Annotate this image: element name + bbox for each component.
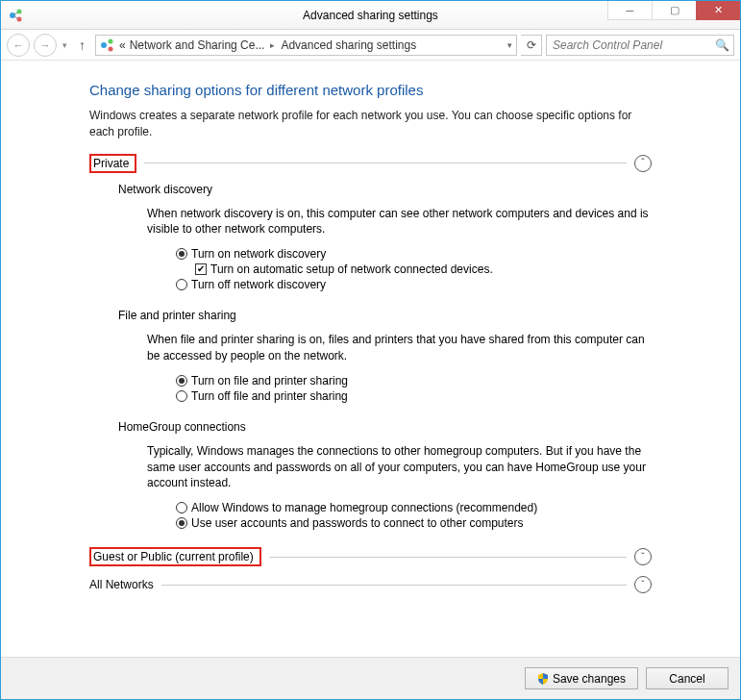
- collapse-icon[interactable]: ˆ: [634, 155, 652, 172]
- address-dropdown-icon[interactable]: ▾: [507, 40, 512, 50]
- window-title: Advanced sharing settings: [303, 9, 438, 22]
- uac-shield-icon: [537, 673, 549, 685]
- up-button[interactable]: ↑: [73, 38, 91, 53]
- title-bar: Advanced sharing settings ─ ▢ ✕: [1, 1, 740, 30]
- search-input[interactable]: [551, 38, 715, 53]
- section-homegroup: HomeGroup connections Typically, Windows…: [118, 420, 652, 530]
- file-printer-title: File and printer sharing: [118, 309, 652, 322]
- network-app-icon: [9, 8, 24, 23]
- expand-icon[interactable]: ˇ: [634, 576, 652, 593]
- radio-icon: [176, 390, 187, 402]
- svg-line-3: [14, 12, 17, 14]
- svg-point-6: [109, 38, 113, 43]
- profile-guest-public-label: Guest or Public (current profile): [89, 547, 261, 566]
- svg-point-7: [109, 46, 113, 51]
- svg-point-1: [17, 9, 22, 13]
- svg-line-4: [14, 16, 17, 18]
- divider: [144, 162, 627, 163]
- minimize-button[interactable]: ─: [607, 1, 652, 20]
- svg-point-2: [17, 16, 22, 21]
- close-button[interactable]: ✕: [696, 1, 740, 20]
- radio-icon: [176, 502, 187, 513]
- profile-all-networks-header[interactable]: All Networks ˇ: [89, 576, 652, 593]
- radio-turn-off-file-printer[interactable]: Turn off file and printer sharing: [176, 389, 652, 403]
- back-button[interactable]: ←: [7, 34, 30, 57]
- content-area: Change sharing options for different net…: [1, 61, 740, 657]
- page-heading: Change sharing options for different net…: [89, 82, 652, 98]
- radio-homegroup-allow-windows[interactable]: Allow Windows to manage homegroup connec…: [176, 501, 652, 514]
- breadcrumb-part-2[interactable]: Advanced sharing settings: [281, 38, 416, 52]
- forward-button[interactable]: →: [34, 34, 57, 57]
- radio-label: Turn on file and printer sharing: [191, 374, 348, 388]
- history-dropdown-icon[interactable]: ▾: [61, 40, 69, 50]
- profile-guest-public-header[interactable]: Guest or Public (current profile) ˇ: [89, 547, 652, 566]
- checkbox-icon: ✔: [195, 263, 207, 275]
- window-controls: ─ ▢ ✕: [607, 1, 740, 20]
- maximize-button[interactable]: ▢: [652, 1, 696, 20]
- section-file-printer-sharing: File and printer sharing When file and p…: [118, 309, 652, 403]
- profile-private-header[interactable]: Private ˆ: [89, 154, 652, 173]
- checkbox-auto-setup-devices[interactable]: ✔ Turn on automatic setup of network con…: [195, 262, 652, 276]
- radio-label: Use user accounts and passwords to conne…: [191, 516, 524, 530]
- file-printer-desc: When file and printer sharing is on, fil…: [147, 332, 652, 364]
- radio-homegroup-user-accounts[interactable]: Use user accounts and passwords to conne…: [176, 516, 652, 530]
- checkbox-label: Turn on automatic setup of network conne…: [210, 262, 493, 276]
- page-description: Windows creates a separate network profi…: [89, 108, 652, 140]
- radio-icon: [176, 375, 187, 387]
- radio-label: Allow Windows to manage homegroup connec…: [191, 501, 537, 514]
- radio-icon: [176, 517, 187, 529]
- radio-label: Turn off file and printer sharing: [191, 389, 348, 403]
- breadcrumb-prefix: «: [119, 38, 126, 52]
- divider: [161, 585, 627, 586]
- cancel-button[interactable]: Cancel: [646, 667, 729, 689]
- expand-icon[interactable]: ˇ: [634, 548, 652, 565]
- network-discovery-desc: When network discovery is on, this compu…: [147, 206, 652, 238]
- save-label: Save changes: [553, 672, 626, 686]
- network-path-icon: [100, 38, 115, 53]
- breadcrumb-separator-icon[interactable]: ▸: [270, 40, 275, 50]
- search-box[interactable]: 🔍: [546, 35, 734, 56]
- section-network-discovery: Network discovery When network discovery…: [118, 183, 652, 292]
- breadcrumb-part-1[interactable]: Network and Sharing Ce...: [130, 38, 265, 52]
- radio-icon: [176, 279, 187, 290]
- divider: [269, 557, 627, 558]
- profile-all-networks-label: All Networks: [89, 578, 154, 591]
- radio-turn-on-file-printer[interactable]: Turn on file and printer sharing: [176, 374, 652, 388]
- footer: Save changes Cancel: [1, 657, 740, 699]
- profile-private-label: Private: [89, 154, 136, 173]
- radio-turn-off-network-discovery[interactable]: Turn off network discovery: [176, 278, 652, 291]
- homegroup-title: HomeGroup connections: [118, 420, 652, 434]
- homegroup-desc: Typically, Windows manages the connectio…: [147, 443, 652, 491]
- svg-point-5: [101, 42, 107, 48]
- save-changes-button[interactable]: Save changes: [525, 667, 638, 689]
- address-bar[interactable]: « Network and Sharing Ce... ▸ Advanced s…: [95, 35, 517, 56]
- network-discovery-title: Network discovery: [118, 183, 652, 196]
- radio-icon: [176, 248, 187, 260]
- radio-turn-on-network-discovery[interactable]: Turn on network discovery: [176, 247, 652, 261]
- radio-label: Turn off network discovery: [191, 278, 326, 291]
- search-icon[interactable]: 🔍: [715, 38, 729, 52]
- cancel-label: Cancel: [669, 672, 704, 686]
- refresh-button[interactable]: ⟳: [521, 35, 542, 56]
- toolbar: ← → ▾ ↑ « Network and Sharing Ce... ▸ Ad…: [1, 30, 740, 61]
- radio-label: Turn on network discovery: [191, 247, 326, 261]
- svg-point-0: [10, 12, 15, 18]
